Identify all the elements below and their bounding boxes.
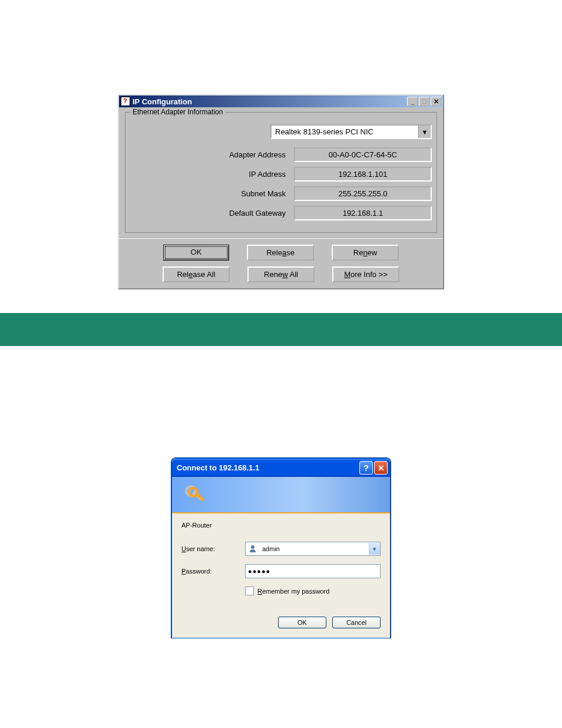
subnet-mask-label: Subnet Mask [130, 189, 294, 198]
subnet-mask-value: 255.255.255.0 [294, 186, 432, 201]
minimize-button[interactable]: _ [407, 97, 418, 106]
password-field[interactable]: ●●●●● [245, 564, 381, 578]
adapter-address-label: Adapter Address [130, 150, 294, 159]
ok-button[interactable]: OK [278, 617, 326, 628]
maximize-button: □ [419, 97, 429, 106]
more-info-button[interactable]: More Info >> [332, 266, 399, 282]
ethernet-adapter-group: Ethernet Adapter Information Realtek 813… [125, 112, 437, 233]
renew-all-button[interactable]: Renew All [247, 266, 315, 282]
remember-checkbox[interactable] [245, 587, 254, 595]
password-value: ●●●●● [246, 568, 380, 575]
close-button[interactable]: ✕ [374, 461, 388, 475]
close-button[interactable]: ✕ [431, 97, 441, 106]
username-label: User name: [181, 545, 245, 552]
release-button[interactable]: Release [247, 245, 314, 261]
ok-button[interactable]: OK [163, 245, 229, 261]
ip-address-value: 192.168.1.101 [294, 167, 432, 182]
group-label: Ethernet Adapter Information [130, 108, 225, 116]
ip-configuration-window: IP Configuration _ □ ✕ Ethernet Adapter … [118, 94, 444, 289]
ip-address-label: IP Address [130, 170, 294, 179]
realm-label: AP-Router [181, 522, 381, 529]
username-value: admin [260, 545, 369, 552]
default-gateway-label: Default Gateway [130, 209, 294, 218]
chevron-down-icon[interactable]: ▾ [369, 543, 380, 555]
remember-label: Remember my password [257, 588, 329, 595]
user-icon [247, 543, 259, 554]
release-all-button[interactable]: Release All [163, 266, 230, 282]
titlebar[interactable]: IP Configuration _ □ ✕ [119, 95, 443, 107]
username-field[interactable]: admin ▾ [245, 542, 381, 556]
keys-icon [183, 483, 206, 506]
window-title: Connect to 192.168.1.1 [177, 463, 259, 472]
adapter-address-value: 00-A0-0C-C7-64-5C [294, 147, 432, 162]
help-button[interactable]: ? [359, 461, 373, 475]
chevron-down-icon[interactable]: ▼ [418, 126, 431, 138]
renew-button[interactable]: Renew [332, 245, 399, 261]
password-label: Password: [181, 568, 245, 575]
connect-dialog: Connect to 192.168.1.1 ? ✕ AP-Router Use… [171, 458, 391, 638]
svg-point-4 [251, 545, 254, 549]
app-icon [121, 97, 130, 106]
adapter-selected: Realtek 8139-series PCI NIC [272, 126, 418, 138]
titlebar[interactable]: Connect to 192.168.1.1 ? ✕ [172, 459, 390, 477]
svg-rect-3 [195, 492, 204, 501]
section-divider [0, 313, 562, 346]
cancel-button[interactable]: Cancel [332, 617, 381, 628]
adapter-dropdown[interactable]: Realtek 8139-series PCI NIC ▼ [270, 124, 432, 139]
dialog-banner [172, 477, 390, 513]
window-title: IP Configuration [133, 97, 192, 106]
default-gateway-value: 192.168.1.1 [294, 206, 432, 220]
